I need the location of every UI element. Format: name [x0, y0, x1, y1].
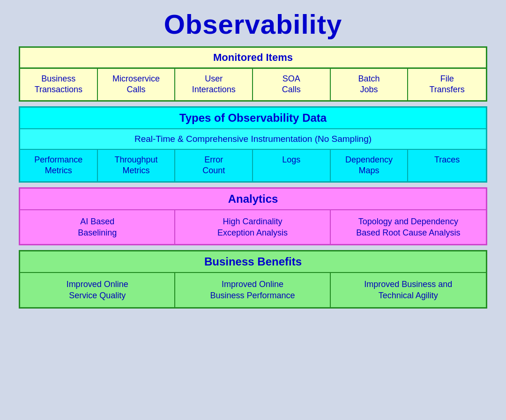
monitored-item-user-interactions: UserInteractions	[175, 69, 253, 100]
benefits-header: Business Benefits	[20, 251, 486, 273]
analytics-item-topology-rca: Topology and DependencyBased Root Cause …	[331, 210, 486, 244]
benefits-item-service-quality: Improved OnlineService Quality	[20, 273, 175, 307]
obs-item-logs: Logs	[253, 150, 331, 181]
monitored-item-file-transfers: FileTransfers	[408, 69, 486, 100]
monitored-item-batch-jobs: BatchJobs	[331, 69, 409, 100]
section-observability: Types of Observability Data Real-Time & …	[19, 106, 487, 183]
obs-item-error-count: ErrorCount	[175, 150, 253, 181]
analytics-header: Analytics	[20, 189, 486, 210]
monitored-header: Monitored Items	[20, 48, 486, 69]
monitored-item-microservice-calls: MicroserviceCalls	[98, 69, 176, 100]
section-monitored: Monitored Items BusinessTransactions Mic…	[19, 46, 487, 102]
observability-data-grid: PerformanceMetrics ThroughputMetrics Err…	[20, 150, 486, 181]
monitored-item-business-transactions: BusinessTransactions	[20, 69, 98, 100]
obs-item-traces: Traces	[408, 150, 486, 181]
observability-header: Types of Observability Data	[20, 108, 486, 129]
analytics-grid: AI BasedBaselining High CardinalityExcep…	[20, 210, 486, 244]
page-title: Observability	[164, 8, 342, 40]
benefits-grid: Improved OnlineService Quality Improved …	[20, 273, 486, 307]
analytics-item-high-cardinality: High CardinalityException Analysis	[175, 210, 330, 244]
realtime-bar: Real-Time & Comprehensive Instrumentatio…	[20, 129, 486, 150]
benefits-item-technical-agility: Improved Business andTechnical Agility	[331, 273, 486, 307]
obs-item-performance-metrics: PerformanceMetrics	[20, 150, 98, 181]
analytics-item-ai-baselining: AI BasedBaselining	[20, 210, 175, 244]
benefits-item-business-performance: Improved OnlineBusiness Performance	[175, 273, 330, 307]
diagram-container: Observability Monitored Items BusinessTr…	[0, 0, 506, 420]
obs-item-throughput-metrics: ThroughputMetrics	[98, 150, 176, 181]
section-benefits: Business Benefits Improved OnlineService…	[19, 250, 487, 309]
obs-item-dependency-maps: DependencyMaps	[331, 150, 409, 181]
monitored-items-grid: BusinessTransactions MicroserviceCalls U…	[20, 69, 486, 100]
monitored-item-soa-calls: SOACalls	[253, 69, 331, 100]
section-analytics: Analytics AI BasedBaselining High Cardin…	[19, 187, 487, 246]
